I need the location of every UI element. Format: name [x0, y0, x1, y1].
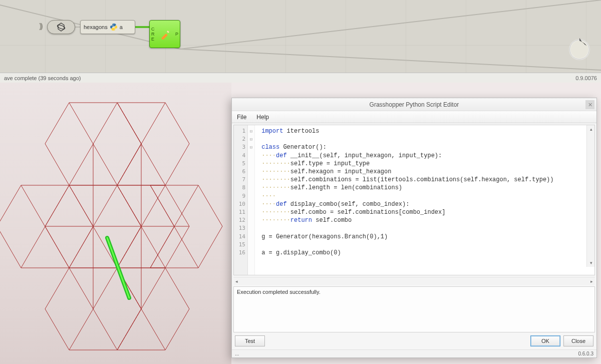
- viewport-geometry: [0, 83, 231, 364]
- canvas-status-bar: ave complete (39 seconds ago) 0.9.0076: [0, 73, 601, 83]
- code-text[interactable]: import itertools class Generator(): ····…: [255, 125, 594, 275]
- horizontal-scrollbar[interactable]: ◂▸: [233, 277, 595, 285]
- svg-marker-13: [117, 268, 189, 350]
- output-text: Execution completed successfully.: [237, 289, 321, 295]
- node-inputs: C R E: [150, 26, 156, 43]
- svg-marker-3: [167, 31, 169, 33]
- menu-help[interactable]: Help: [256, 114, 269, 121]
- pencil-icon: [159, 29, 170, 40]
- grasshopper-canvas[interactable]: ))) hexagons a C R E P: [0, 0, 601, 73]
- line-builder-node[interactable]: C R E P: [149, 20, 180, 48]
- hexagon-grid-icon: [56, 22, 66, 32]
- scroll-down-icon[interactable]: ▾: [587, 259, 595, 267]
- test-button[interactable]: Test: [235, 335, 265, 346]
- python-node-output: a: [120, 24, 123, 30]
- scroll-right-icon[interactable]: ▸: [590, 279, 593, 284]
- canvas-compass[interactable]: [565, 34, 594, 63]
- rhino-viewport[interactable]: [0, 83, 231, 364]
- svg-rect-2: [161, 34, 168, 40]
- svg-marker-0: [58, 23, 64, 31]
- editor-button-row: Test OK Close: [232, 332, 596, 349]
- node-outputs: P: [174, 31, 180, 38]
- fold-gutter[interactable]: ⊟⊟⊟: [248, 125, 255, 275]
- editor-status-left: ...: [235, 351, 239, 356]
- editor-menubar: File Help: [232, 111, 596, 123]
- ok-button[interactable]: OK: [530, 335, 560, 346]
- vertical-scrollbar[interactable]: ▴▾: [586, 125, 594, 267]
- editor-status-bar: ... 0.6.0.3: [232, 349, 596, 357]
- autosave-status: ave complete (39 seconds ago): [4, 75, 81, 81]
- param-node[interactable]: [47, 20, 75, 34]
- scroll-up-icon[interactable]: ▴: [587, 125, 595, 133]
- python-editor-window: Grasshopper Python Script Editor ✕ File …: [231, 98, 597, 358]
- editor-title: Grasshopper Python Script Editor: [370, 101, 459, 108]
- python-icon: [110, 23, 118, 31]
- canvas-wires: [0, 0, 601, 73]
- param-grip-icon: ))): [39, 22, 42, 30]
- version-label: 0.9.0076: [575, 75, 597, 81]
- line-number-gutter: 12345678910111213141516: [234, 125, 248, 275]
- code-editor[interactable]: 12345678910111213141516 ⊟⊟⊟ import itert…: [233, 125, 595, 275]
- python-node-label: hexagons: [84, 24, 108, 30]
- svg-marker-7: [117, 103, 189, 185]
- scroll-left-icon[interactable]: ◂: [235, 279, 238, 284]
- menu-file[interactable]: File: [237, 114, 246, 121]
- editor-version: 0.6.0.3: [578, 351, 593, 356]
- output-panel: Execution completed successfully.: [233, 286, 595, 332]
- editor-titlebar[interactable]: Grasshopper Python Script Editor ✕: [232, 98, 596, 111]
- close-button[interactable]: Close: [563, 335, 593, 346]
- close-icon[interactable]: ✕: [585, 100, 594, 109]
- python-script-node[interactable]: hexagons a: [80, 20, 135, 34]
